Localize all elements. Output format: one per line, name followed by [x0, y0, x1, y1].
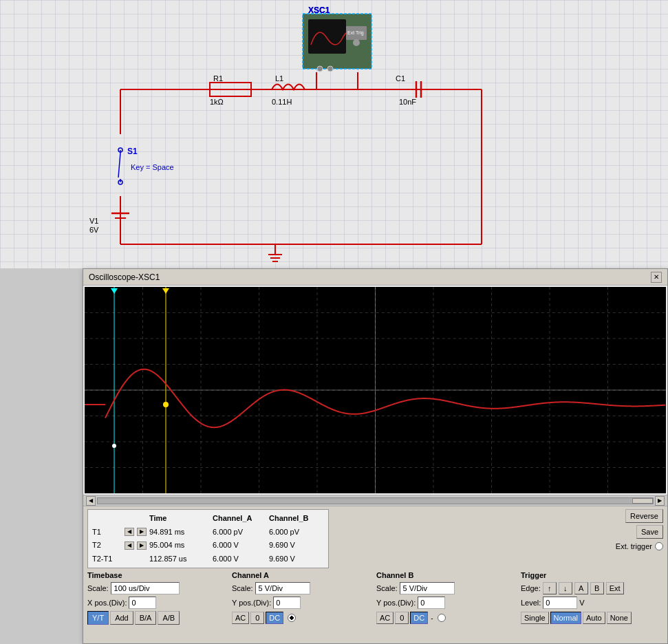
- osc-titlebar: Oscilloscope-XSC1 ✕: [83, 269, 667, 286]
- cha-ypos-label: Y pos.(Div):: [232, 599, 271, 607]
- measurements-panel: Time Channel_A Channel_B T1 ◀ ▶ 94.891 m…: [87, 509, 329, 568]
- cha-ac-button[interactable]: AC: [232, 612, 249, 624]
- scroll-thumb[interactable]: [632, 498, 653, 504]
- timebase-label: Timebase: [87, 571, 122, 579]
- t2-cha: 6.000 V: [213, 539, 268, 552]
- svg-line-27: [118, 153, 120, 178]
- scroll-track[interactable]: [97, 497, 654, 504]
- svg-point-35: [327, 66, 333, 72]
- channel-b-label: Channel B: [376, 571, 413, 579]
- chb-header: Channel_B: [269, 513, 324, 525]
- c1-label: C1: [396, 74, 405, 83]
- osc-waveform-canvas: [85, 287, 666, 493]
- trigger-ext-button[interactable]: Ext: [606, 582, 624, 594]
- v1-label: V1: [89, 217, 98, 225]
- osc-controls: Time Channel_A Channel_B T1 ◀ ▶ 94.891 m…: [83, 506, 667, 643]
- l1-label: L1: [275, 74, 283, 83]
- osc-title: Oscilloscope-XSC1: [89, 272, 160, 282]
- trigger-level-label: Level:: [521, 599, 541, 607]
- oscilloscope-window: Oscilloscope-XSC1 ✕ ◀ ▶ Time Channel_A: [83, 268, 668, 644]
- chb-ypos-input[interactable]: [418, 597, 445, 609]
- t2t1-chb: 9.690 V: [269, 553, 324, 566]
- xsc1-title: XSC1: [308, 6, 330, 15]
- cha-zero-button[interactable]: 0: [250, 612, 264, 624]
- chb-radio[interactable]: [438, 614, 446, 622]
- trigger-a-button[interactable]: A: [574, 582, 588, 594]
- t1-label: T1: [92, 526, 123, 539]
- timebase-scale-label: Scale:: [87, 584, 109, 592]
- t1-left-btn[interactable]: ◀: [125, 528, 134, 536]
- edge-rising-button[interactable]: ↑: [543, 582, 557, 594]
- cha-scale-value: 5 V/Div: [255, 582, 310, 594]
- osc-close-button[interactable]: ✕: [651, 272, 662, 283]
- r1-value: 1kΩ: [210, 98, 224, 106]
- edge-falling-button[interactable]: ↓: [559, 582, 572, 594]
- reverse-button[interactable]: Reverse: [625, 509, 663, 523]
- xpos-label: X pos.(Div):: [87, 599, 127, 607]
- save-button[interactable]: Save: [636, 525, 663, 539]
- t2t1-time: 112.857 us: [149, 553, 211, 566]
- trigger-level-input[interactable]: [543, 597, 577, 609]
- c1-value: 10nF: [399, 98, 416, 106]
- channel-a-label: Channel A: [232, 571, 269, 579]
- v1-value: 6V: [89, 226, 98, 234]
- cha-scale-label: Scale:: [232, 584, 253, 592]
- cursor-t2-triangle: [162, 288, 169, 294]
- xpos-input[interactable]: [129, 597, 156, 609]
- svg-point-34: [317, 66, 323, 72]
- scroll-left-button[interactable]: ◀: [86, 496, 96, 506]
- t2-right-btn[interactable]: ▶: [137, 541, 147, 550]
- t2-label: T2: [92, 539, 123, 552]
- none-button[interactable]: None: [607, 612, 632, 624]
- ext-trigger-radio[interactable]: [655, 542, 663, 550]
- osc-scrollbar: ◀ ▶: [83, 495, 667, 506]
- single-button[interactable]: Single: [521, 612, 549, 624]
- r1-label: R1: [213, 74, 223, 83]
- circuit-area: Ext Trig XSC1 R1 1kΩ L1 0.11H C1 10nF S1…: [0, 0, 668, 268]
- osc-screen: [85, 287, 666, 493]
- cha-header: Channel_A: [213, 513, 268, 525]
- t1-time: 94.891 ms: [149, 526, 211, 539]
- t2-time: 95.004 ms: [149, 539, 211, 552]
- ba-button[interactable]: B/A: [135, 611, 157, 625]
- add-button[interactable]: Add: [110, 611, 133, 625]
- auto-button[interactable]: Auto: [583, 612, 605, 624]
- ab-button[interactable]: A/B: [158, 611, 180, 625]
- svg-point-38: [353, 39, 360, 46]
- t1-right-btn[interactable]: ▶: [137, 528, 147, 536]
- chb-zero-button[interactable]: 0: [395, 612, 409, 624]
- chb-ypos-label: Y pos.(Div):: [376, 599, 416, 607]
- chb-scale-label: Scale:: [376, 584, 398, 592]
- chb-ac-button[interactable]: AC: [376, 612, 394, 624]
- trigger-edge-label: Edge:: [521, 584, 541, 592]
- trigger-label: Trigger: [521, 571, 546, 579]
- t2t1-cha: 6.000 V: [213, 553, 268, 566]
- scroll-right-button[interactable]: ▶: [655, 496, 665, 506]
- cha-ypos-input[interactable]: [273, 597, 301, 609]
- trigger-v-label: V: [579, 599, 584, 607]
- cursor-t1-triangle: [111, 288, 118, 294]
- l1-value: 0.11H: [272, 98, 292, 106]
- cha-radio[interactable]: [288, 614, 296, 622]
- t2-chb: 9.690 V: [269, 539, 324, 552]
- chb-scale-value: 5 V/Div: [400, 582, 455, 594]
- cha-dc-button[interactable]: DC: [266, 612, 283, 624]
- t2-left-btn[interactable]: ◀: [125, 541, 134, 550]
- t1-chb: 6.000 pV: [269, 526, 324, 539]
- s1-label: S1: [127, 147, 138, 156]
- ext-trigger-label: Ext. trigger: [616, 542, 652, 550]
- svg-text:Ext Trig: Ext Trig: [347, 30, 364, 36]
- t1-cha: 6.000 pV: [213, 526, 268, 539]
- timebase-scale-value: 100 us/Div: [111, 582, 180, 594]
- normal-button[interactable]: Normal: [550, 612, 581, 624]
- svg-rect-33: [308, 19, 346, 54]
- trigger-b-button[interactable]: B: [590, 582, 604, 594]
- time-header: Time: [149, 513, 211, 525]
- chb-dc-button[interactable]: DC: [410, 612, 428, 624]
- s1-key: Key = Space: [131, 163, 174, 171]
- t2t1-label: T2-T1: [92, 553, 123, 566]
- yt-button[interactable]: Y/T: [87, 611, 109, 625]
